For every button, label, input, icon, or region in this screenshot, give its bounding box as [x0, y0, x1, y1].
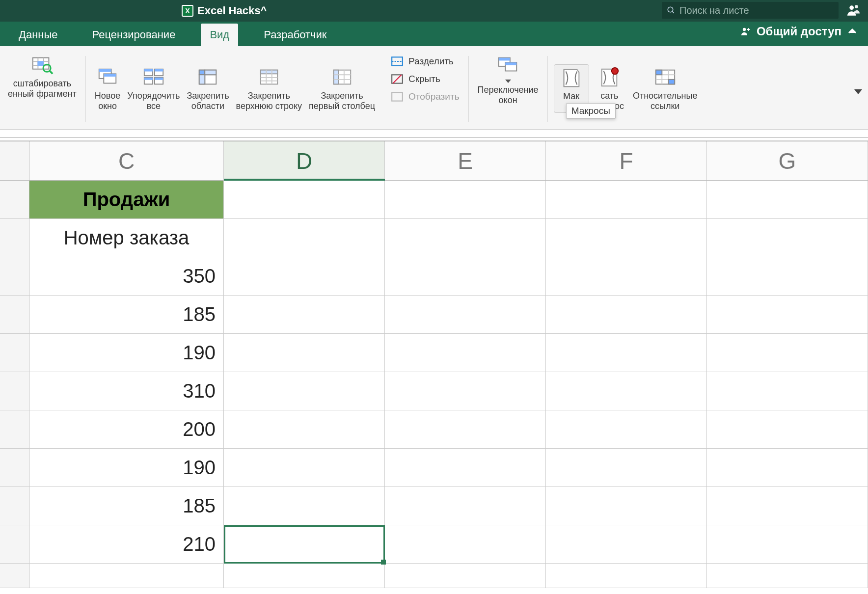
cell[interactable]	[546, 525, 707, 563]
svg-point-4	[743, 28, 746, 31]
cell[interactable]	[707, 564, 868, 588]
spreadsheet[interactable]: C D E F G Продажи Номер заказа 350	[0, 141, 868, 588]
table-row: 350	[0, 257, 868, 296]
row-header[interactable]	[0, 410, 29, 448]
cell[interactable]	[224, 372, 385, 410]
cell[interactable]	[224, 525, 385, 563]
cell[interactable]	[707, 410, 868, 448]
switch-windows-button[interactable]: Переключениеокон	[475, 52, 542, 107]
row-header[interactable]	[0, 181, 29, 218]
cell[interactable]	[385, 410, 546, 448]
select-all-corner[interactable]	[0, 141, 29, 180]
cell[interactable]	[546, 487, 707, 525]
freeze-first-col-icon	[331, 66, 353, 89]
cell[interactable]	[224, 410, 385, 448]
macros-button[interactable]: Максы Макросы	[554, 64, 589, 113]
cell[interactable]	[29, 564, 224, 588]
svg-rect-22	[155, 69, 163, 72]
cell[interactable]	[546, 181, 707, 218]
cell[interactable]	[385, 372, 546, 410]
cell[interactable]	[546, 257, 707, 295]
row-header[interactable]	[0, 487, 29, 525]
tab-data[interactable]: Данные	[10, 24, 66, 46]
col-header-D[interactable]: D	[224, 141, 385, 180]
new-window-button[interactable]: Новоеокно	[92, 64, 123, 113]
freeze-first-col-button[interactable]: Закрепитьпервый столбец	[306, 64, 378, 113]
cell[interactable]: 310	[29, 372, 224, 410]
arrange-all-button[interactable]: Упорядочитьвсе	[124, 64, 183, 113]
row-header[interactable]	[0, 525, 29, 563]
col-header-F[interactable]: F	[546, 141, 707, 180]
cell[interactable]	[385, 449, 546, 486]
cell[interactable]	[546, 564, 707, 588]
cell[interactable]: 185	[29, 296, 224, 333]
split-button[interactable]: Разделить	[388, 54, 462, 69]
cell[interactable]	[385, 564, 546, 588]
relative-refs-button[interactable]: Относительныессылки	[630, 64, 700, 113]
cell[interactable]	[385, 487, 546, 525]
row-header[interactable]	[0, 219, 29, 257]
cell[interactable]	[224, 296, 385, 333]
row-header[interactable]	[0, 257, 29, 295]
share-button[interactable]: Общий доступ	[740, 25, 858, 38]
col-header-C[interactable]: C	[29, 141, 224, 180]
cell[interactable]	[546, 219, 707, 257]
cell[interactable]: 190	[29, 334, 224, 372]
col-header-E[interactable]: E	[385, 141, 546, 180]
table-row: 310	[0, 372, 868, 410]
freeze-top-row-button[interactable]: Закрепитьверхнюю строку	[233, 64, 305, 113]
row-header[interactable]	[0, 449, 29, 486]
search-input[interactable]: Поиск на листе	[662, 2, 839, 19]
row-header[interactable]	[0, 334, 29, 372]
cell[interactable]	[224, 334, 385, 372]
cell[interactable]: 200	[29, 410, 224, 448]
table-row	[0, 564, 868, 588]
row-header[interactable]	[0, 296, 29, 333]
row-header[interactable]	[0, 564, 29, 588]
hide-button[interactable]: Скрыть	[388, 72, 462, 86]
cell[interactable]	[707, 257, 868, 295]
cell[interactable]	[707, 372, 868, 410]
tab-review[interactable]: Рецензирование	[83, 24, 184, 46]
switch-windows-icon	[497, 54, 519, 77]
cell[interactable]: 185	[29, 487, 224, 525]
cell[interactable]	[546, 372, 707, 410]
account-icon[interactable]	[845, 2, 862, 19]
chevron-up-icon[interactable]	[846, 26, 858, 37]
cell[interactable]: 190	[29, 449, 224, 486]
cell[interactable]	[385, 257, 546, 295]
ribbon-collapse-chevron-icon[interactable]	[854, 89, 862, 94]
freeze-panes-button[interactable]: Закрепитьобласти	[184, 64, 232, 113]
cell[interactable]	[224, 564, 385, 588]
cell[interactable]	[707, 181, 868, 218]
cell[interactable]	[707, 334, 868, 372]
col-header-G[interactable]: G	[707, 141, 868, 180]
cell[interactable]	[546, 296, 707, 333]
cell[interactable]: 210	[29, 525, 224, 563]
cell[interactable]	[546, 449, 707, 486]
cell[interactable]	[707, 449, 868, 486]
cell[interactable]	[385, 525, 546, 563]
cell[interactable]	[224, 219, 385, 257]
cell[interactable]	[546, 334, 707, 372]
cell[interactable]: Номер заказа	[29, 219, 224, 257]
cell[interactable]: 350	[29, 257, 224, 295]
cell[interactable]	[224, 257, 385, 295]
cell[interactable]	[707, 487, 868, 525]
cell[interactable]	[385, 181, 546, 218]
cell[interactable]	[546, 410, 707, 448]
cell[interactable]: Продажи	[29, 181, 224, 218]
cell[interactable]	[707, 219, 868, 257]
cell[interactable]	[707, 296, 868, 333]
row-header[interactable]	[0, 372, 29, 410]
cell[interactable]	[707, 525, 868, 563]
cell[interactable]	[385, 334, 546, 372]
cell[interactable]	[385, 296, 546, 333]
tab-developer[interactable]: Разработчик	[255, 24, 335, 46]
cell[interactable]	[224, 181, 385, 218]
tab-view[interactable]: Вид	[201, 24, 238, 46]
cell[interactable]	[385, 219, 546, 257]
cell[interactable]	[224, 449, 385, 486]
cell[interactable]	[224, 487, 385, 525]
zoom-to-selection-button[interactable]: сштабироватьенный фрагмент	[5, 52, 80, 101]
